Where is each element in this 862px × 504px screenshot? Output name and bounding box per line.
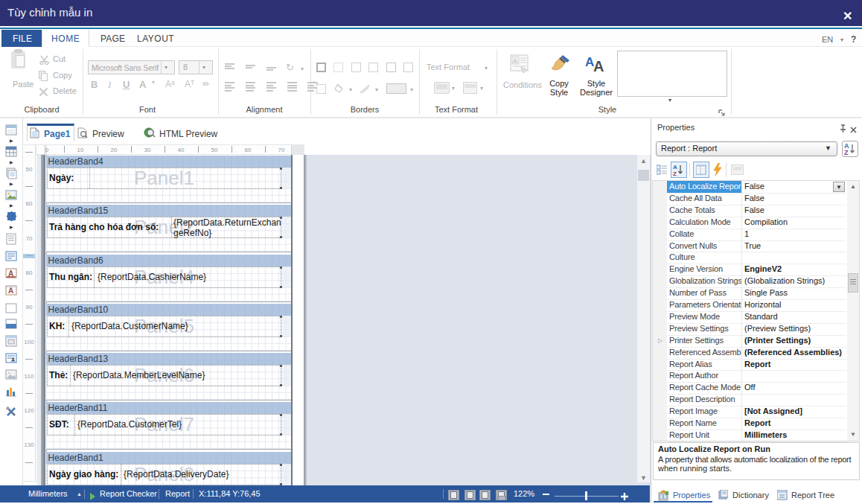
svg-text:A: A (673, 164, 677, 170)
svg-text:Z: Z (844, 149, 849, 156)
svg-text:A: A (11, 357, 15, 363)
svg-text:A: A (593, 58, 604, 74)
svg-text:Z: Z (673, 170, 677, 176)
svg-text:A: A (8, 287, 13, 295)
svg-text:A: A (513, 57, 517, 65)
